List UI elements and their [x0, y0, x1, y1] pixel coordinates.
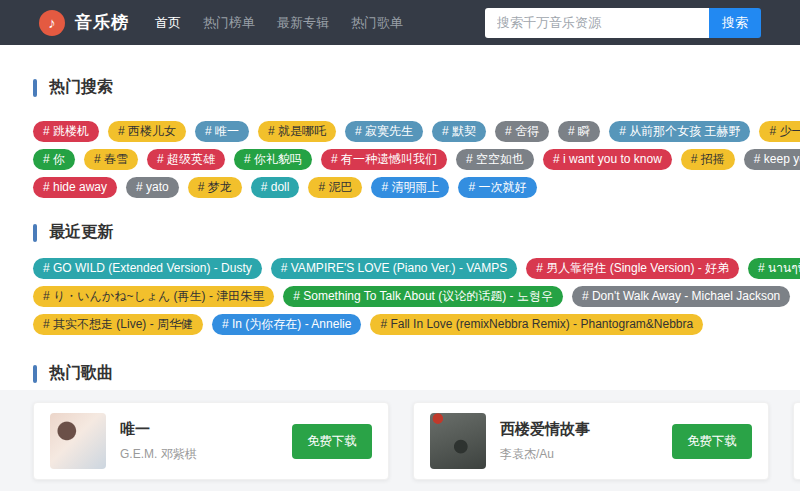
hot-search-tag[interactable]: # 跳楼机: [33, 121, 99, 142]
hot-search-tag[interactable]: # 舍得: [495, 121, 549, 142]
top-navbar: ♪ 音乐榜 首页热门榜单最新专辑热门歌单 搜索: [0, 0, 800, 45]
hot-search-tag[interactable]: # 你礼貌吗: [234, 149, 312, 170]
tag-row: # hide away# yato# 梦龙# doll# 泥巴# 清明雨上# 一…: [33, 177, 767, 198]
hot-search-tag[interactable]: # 你: [33, 149, 75, 170]
free-download-button[interactable]: 免费下载: [672, 424, 752, 459]
hot-search-tag[interactable]: # 瞬: [558, 121, 600, 142]
search-input[interactable]: [485, 8, 709, 38]
hot-search-tag[interactable]: # 一次就好: [458, 177, 536, 198]
recent-update-tag[interactable]: # In (为你存在) - Annelie: [212, 314, 361, 335]
hot-search-tag[interactable]: # 少一点天分: [759, 121, 800, 142]
recent-updates-heading: 最近更新: [33, 222, 767, 243]
nav-item-最新专辑[interactable]: 最新专辑: [277, 14, 329, 32]
hot-search-tag[interactable]: # i want you to know: [543, 149, 672, 170]
section-title: 热门歌曲: [49, 363, 113, 384]
heading-accent-bar: [33, 224, 37, 242]
hot-search-tag[interactable]: # 清明雨上: [371, 177, 449, 198]
song-card: 唯一G.E.M. 邓紫棋免费下载: [33, 402, 389, 480]
hot-search-tag[interactable]: # yato: [126, 177, 179, 198]
recent-update-tag[interactable]: # 其实不想走 (Live) - 周华健: [33, 314, 203, 335]
hot-search-tag[interactable]: # 超级英雄: [147, 149, 225, 170]
hot-search-tag[interactable]: # keep your eyes on me: [744, 149, 800, 170]
song-title: 唯一: [120, 420, 197, 439]
hot-search-tag[interactable]: # 春雪: [84, 149, 138, 170]
heading-accent-bar: [33, 365, 37, 383]
tag-row: # 其实不想走 (Live) - 周华健# In (为你存在) - Anneli…: [33, 314, 767, 335]
song-card: 西楼爱情故事李袁杰/Au免费下载: [413, 402, 769, 480]
hot-search-tags: # 跳楼机# 西楼儿女# 唯一# 就是哪吒# 寂寞先生# 默契# 舍得# 瞬# …: [33, 121, 767, 198]
album-cover: [430, 413, 486, 469]
hot-search-tag[interactable]: # 梦龙: [188, 177, 242, 198]
song-artist: G.E.M. 邓紫棋: [120, 446, 197, 463]
search-box: 搜索: [485, 8, 761, 38]
recent-update-tag[interactable]: # นานๆที Feat.B5 - ToR+ Saksit: [748, 258, 800, 279]
main-content: 热门搜索 # 跳楼机# 西楼儿女# 唯一# 就是哪吒# 寂寞先生# 默契# 舍得…: [0, 77, 800, 491]
heading-accent-bar: [33, 79, 37, 97]
song-card: 免费下载: [793, 402, 800, 480]
hot-songs-band: 唯一G.E.M. 邓紫棋免费下载西楼爱情故事李袁杰/Au免费下载免费下载: [0, 390, 800, 491]
nav-item-热门歌单[interactable]: 热门歌单: [351, 14, 403, 32]
tag-row: # 跳楼机# 西楼儿女# 唯一# 就是哪吒# 寂寞先生# 默契# 舍得# 瞬# …: [33, 121, 767, 142]
hot-search-tag[interactable]: # 寂寞先生: [345, 121, 423, 142]
hot-search-tag[interactable]: # 默契: [432, 121, 486, 142]
recent-update-tag[interactable]: # Fall In Love (remixNebbra Remix) - Pha…: [370, 314, 703, 335]
hot-search-tag[interactable]: # doll: [251, 177, 300, 198]
tag-row: # 你# 春雪# 超级英雄# 你礼貌吗# 有一种遗憾叫我们# 空空如也# i w…: [33, 149, 767, 170]
recent-update-tag[interactable]: # GO WILD (Extended Version) - Dusty: [33, 258, 262, 279]
hot-songs-heading: 热门歌曲: [33, 363, 767, 384]
music-note-logo-icon[interactable]: ♪: [39, 10, 65, 36]
hot-search-tag[interactable]: # 就是哪吒: [258, 121, 336, 142]
hot-search-tag[interactable]: # 从前那个女孩 王赫野: [609, 121, 750, 142]
song-meta: 唯一G.E.M. 邓紫棋: [120, 420, 197, 463]
section-title: 热门搜索: [49, 77, 113, 98]
hot-search-heading: 热门搜索: [33, 77, 767, 98]
hot-search-tag[interactable]: # 空空如也: [456, 149, 534, 170]
free-download-button[interactable]: 免费下载: [292, 424, 372, 459]
album-cover: [50, 413, 106, 469]
hot-search-tag[interactable]: # 唯一: [195, 121, 249, 142]
song-title: 西楼爱情故事: [500, 420, 590, 439]
brand-title: 音乐榜: [75, 11, 129, 34]
search-button[interactable]: 搜索: [709, 8, 761, 38]
hot-search-tag[interactable]: # 西楼儿女: [108, 121, 186, 142]
song-cards-row: 唯一G.E.M. 邓紫棋免费下载西楼爱情故事李袁杰/Au免费下载免费下载: [33, 402, 800, 480]
hot-search-tag[interactable]: # 有一种遗憾叫我们: [321, 149, 447, 170]
recent-update-tag[interactable]: # VAMPIRE'S LOVE (Piano Ver.) - VAMPS: [271, 258, 518, 279]
recent-update-tags: # GO WILD (Extended Version) - Dusty# VA…: [33, 258, 767, 335]
nav-item-热门榜单[interactable]: 热门榜单: [203, 14, 255, 32]
section-title: 最近更新: [49, 222, 113, 243]
recent-update-tag[interactable]: # 男人靠得住 (Single Version) - 好弟: [526, 258, 739, 279]
hot-search-tag[interactable]: # 泥巴: [308, 177, 362, 198]
hot-search-tag[interactable]: # hide away: [33, 177, 117, 198]
recent-update-tag[interactable]: # Something To Talk About (议论的话题) - 노형우: [283, 286, 563, 307]
song-artist: 李袁杰/Au: [500, 446, 590, 463]
recent-update-tag[interactable]: # り・いんかね~しょん (再生) - 津田朱里: [33, 286, 274, 307]
song-meta: 西楼爱情故事李袁杰/Au: [500, 420, 590, 463]
recent-update-tag[interactable]: # Don't Walk Away - Michael Jackson: [572, 286, 790, 307]
hot-search-tag[interactable]: # 招摇: [681, 149, 735, 170]
nav-item-首页[interactable]: 首页: [155, 14, 181, 32]
tag-row: # り・いんかね~しょん (再生) - 津田朱里# Something To T…: [33, 286, 767, 307]
tag-row: # GO WILD (Extended Version) - Dusty# VA…: [33, 258, 767, 279]
nav-menu: 首页热门榜单最新专辑热门歌单: [155, 14, 403, 32]
